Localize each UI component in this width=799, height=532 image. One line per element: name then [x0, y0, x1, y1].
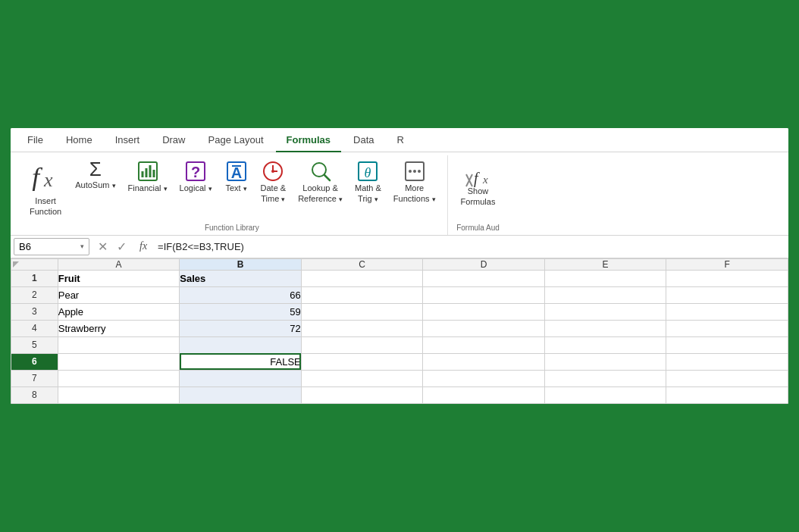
- col-header-a[interactable]: A: [58, 258, 180, 270]
- cell-a3[interactable]: Apple: [58, 303, 180, 320]
- cell-c2[interactable]: [301, 286, 423, 303]
- tab-file[interactable]: File: [17, 128, 54, 152]
- cell-b3[interactable]: 59: [180, 303, 302, 320]
- formula-cancel-button[interactable]: ✕: [96, 239, 110, 255]
- cell-d8[interactable]: [423, 386, 545, 403]
- cell-c6[interactable]: [301, 353, 423, 370]
- row-header-8[interactable]: 8: [11, 386, 58, 403]
- svg-point-23: [418, 170, 421, 173]
- svg-text:f: f: [474, 170, 480, 187]
- datetime-button[interactable]: Date & Time ▾: [255, 155, 292, 208]
- row-header-4[interactable]: 4: [11, 320, 58, 336]
- cell-c4[interactable]: [301, 320, 423, 336]
- row-header-7[interactable]: 7: [11, 370, 58, 386]
- tab-data[interactable]: Data: [343, 128, 384, 152]
- cell-e8[interactable]: [544, 386, 666, 403]
- table-row: 3 Apple 59: [11, 303, 788, 320]
- cell-a1[interactable]: Fruit: [58, 270, 180, 286]
- formula-confirm-button[interactable]: ✓: [114, 239, 129, 255]
- cell-f4[interactable]: [666, 320, 788, 336]
- financial-icon: [136, 159, 160, 183]
- col-header-c[interactable]: C: [301, 258, 423, 270]
- cell-a5[interactable]: [58, 336, 180, 353]
- show-formulas-button[interactable]: f x Show Formulas: [456, 155, 501, 211]
- cell-a4[interactable]: Strawberry: [58, 320, 180, 336]
- cell-ref-chevron: ▾: [80, 243, 84, 250]
- cell-d3[interactable]: [423, 303, 545, 320]
- cell-b7[interactable]: [180, 370, 302, 386]
- cell-f3[interactable]: [666, 303, 788, 320]
- col-header-e[interactable]: E: [544, 258, 666, 270]
- text-label: Text ▾: [225, 183, 246, 194]
- cell-c1[interactable]: [301, 270, 423, 286]
- row-header-5[interactable]: 5: [11, 336, 58, 353]
- tab-review[interactable]: R: [387, 128, 415, 152]
- row-header-2[interactable]: 2: [11, 286, 58, 303]
- cell-f8[interactable]: [666, 386, 788, 403]
- excel-window: File Home Insert Draw Page Layout Formul…: [9, 127, 790, 405]
- row-header-6[interactable]: 6: [11, 353, 58, 370]
- cell-b2[interactable]: 66: [180, 286, 302, 303]
- cell-b6[interactable]: FALSE: [180, 353, 302, 370]
- text-button[interactable]: A Text ▾: [219, 155, 254, 198]
- cell-c7[interactable]: [301, 370, 423, 386]
- tab-insert[interactable]: Insert: [105, 128, 151, 152]
- cell-e6[interactable]: [544, 353, 666, 370]
- math-button[interactable]: θ Math & Trig ▾: [349, 155, 387, 208]
- tab-formulas[interactable]: Formulas: [276, 128, 342, 152]
- cell-d7[interactable]: [423, 370, 545, 386]
- more-functions-button[interactable]: More Functions ▾: [388, 155, 441, 208]
- cell-d5[interactable]: [423, 336, 545, 353]
- logical-label: Logical ▾: [180, 183, 212, 194]
- cell-f7[interactable]: [666, 370, 788, 386]
- cell-f2[interactable]: [666, 286, 788, 303]
- cell-c8[interactable]: [301, 386, 423, 403]
- cell-f6[interactable]: [666, 353, 788, 370]
- datetime-label: Date & Time ▾: [261, 183, 287, 205]
- cell-d4[interactable]: [423, 320, 545, 336]
- cell-a6[interactable]: [58, 353, 180, 370]
- col-header-f[interactable]: F: [666, 258, 788, 270]
- tab-page-layout[interactable]: Page Layout: [198, 128, 274, 152]
- col-header-b[interactable]: B: [180, 258, 302, 270]
- corner-cell[interactable]: [11, 258, 58, 270]
- formula-input[interactable]: =IF(B2<=B3,TRUE): [155, 239, 785, 254]
- cell-c3[interactable]: [301, 303, 423, 320]
- cell-f1[interactable]: [666, 270, 788, 286]
- cell-c5[interactable]: [301, 336, 423, 353]
- more-functions-icon: [403, 159, 427, 183]
- financial-label: Financial ▾: [128, 183, 168, 194]
- cell-e7[interactable]: [544, 370, 666, 386]
- lookup-button[interactable]: Lookup & Reference ▾: [293, 155, 348, 208]
- cell-f5[interactable]: [666, 336, 788, 353]
- insert-function-button[interactable]: fx Insert Function: [23, 155, 68, 221]
- cell-a8[interactable]: [58, 386, 180, 403]
- cell-d1[interactable]: [423, 270, 545, 286]
- cell-b1[interactable]: Sales: [180, 270, 302, 286]
- autosum-button[interactable]: Σ AutoSum ▾: [70, 155, 121, 195]
- cell-e2[interactable]: [544, 286, 666, 303]
- cell-e3[interactable]: [544, 303, 666, 320]
- more-functions-label: More Functions ▾: [393, 183, 436, 205]
- table-row: 2 Pear 66: [11, 286, 788, 303]
- math-label: Math & Trig ▾: [355, 183, 381, 205]
- logical-button[interactable]: ? Logical ▾: [174, 155, 218, 198]
- cell-d6[interactable]: [423, 353, 545, 370]
- cell-a2[interactable]: Pear: [58, 286, 180, 303]
- cell-b8[interactable]: [180, 386, 302, 403]
- cell-e4[interactable]: [544, 320, 666, 336]
- cell-a7[interactable]: [58, 370, 180, 386]
- cell-reference-box[interactable]: B6 ▾: [14, 238, 89, 255]
- tab-draw[interactable]: Draw: [152, 128, 196, 152]
- col-header-d[interactable]: D: [423, 258, 545, 270]
- cell-b5[interactable]: [180, 336, 302, 353]
- row-header-1[interactable]: 1: [11, 270, 58, 286]
- cell-b4[interactable]: 72: [180, 320, 302, 336]
- svg-line-17: [324, 175, 330, 180]
- cell-e5[interactable]: [544, 336, 666, 353]
- cell-e1[interactable]: [544, 270, 666, 286]
- financial-button[interactable]: Financial ▾: [123, 155, 173, 198]
- tab-home[interactable]: Home: [55, 128, 103, 152]
- row-header-3[interactable]: 3: [11, 303, 58, 320]
- cell-d2[interactable]: [423, 286, 545, 303]
